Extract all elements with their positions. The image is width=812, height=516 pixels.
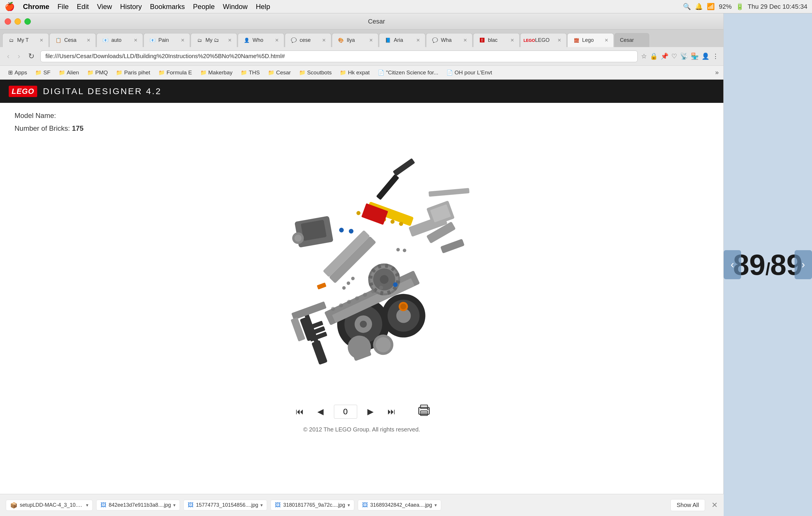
first-page-button[interactable]: ⏮ [292,404,307,419]
tab-cese[interactable]: 💬 cese ✕ [285,33,331,47]
menu-window[interactable]: Window [223,3,248,11]
bookmark-hk[interactable]: 📁 Hk expat [336,68,373,77]
tab-who[interactable]: 👤 Who ✕ [238,33,284,47]
menu-chrome[interactable]: Chrome [23,3,50,11]
tab-close-icon[interactable]: ✕ [39,37,43,43]
refresh-button[interactable]: ↻ [26,51,37,62]
bookmark-oh[interactable]: 📄 OH pour L'Envt [443,68,495,77]
bookmark-citizen[interactable]: 📄 "Citizen Science for... [374,68,442,77]
store-icon[interactable]: 🏪 [691,53,699,60]
last-page-button[interactable]: ⏭ [384,404,399,419]
bookmark-sf[interactable]: 📁 SF [32,68,54,77]
menu-bookmarks[interactable]: Bookmarks [150,3,185,11]
tab-cesa[interactable]: 📋 Cesa ✕ [50,33,96,47]
tab-blac[interactable]: 🅱 blac ✕ [473,33,520,47]
bookmark-label: Paris pihet [124,69,150,76]
bookmarks-more-icon[interactable]: » [715,69,719,77]
download-item-zip[interactable]: 📦 setupLDD-MAC-4_3_10.zip ▾ [6,500,93,511]
tab-pain[interactable]: 📧 Pain ✕ [144,33,190,47]
tab-wha[interactable]: 💬 Wha ✕ [426,33,472,47]
tab-label: Pain [158,37,178,43]
menu-view[interactable]: View [97,3,112,11]
tab-close-icon[interactable]: ✕ [322,37,326,43]
tab-lego2[interactable]: 🧱 Lego ✕ [567,33,614,47]
download-arrow-icon[interactable]: ▾ [434,502,437,508]
bookmark-cesar[interactable]: 📁 Cesar [264,68,294,77]
next-step-button[interactable]: › [794,250,812,279]
tab-close-icon[interactable]: ✕ [275,37,279,43]
show-all-downloads-button[interactable]: Show All [670,499,705,511]
spotlight-icon[interactable]: 🔍 [683,3,691,10]
cast-icon[interactable]: 📡 [680,53,688,60]
bookmark-apps[interactable]: ⊞ Apps [5,68,30,77]
menu-history[interactable]: History [120,3,142,11]
menu-file[interactable]: File [58,3,69,11]
tab-ilya[interactable]: 🎨 Ilya ✕ [332,33,378,47]
tab-close-icon[interactable]: ✕ [87,37,90,43]
tab-close-icon[interactable]: ✕ [605,37,608,43]
tab-my2[interactable]: 🗂 My 🗂 ✕ [191,33,237,47]
download-arrow-icon[interactable]: ▾ [86,502,88,508]
bookmark-star-icon[interactable]: ☆ [641,53,647,60]
tab-close-icon[interactable]: ✕ [463,37,467,43]
download-item-img2[interactable]: 🖼 15774773_10154856....jpg ▾ [183,500,267,511]
close-window-button[interactable] [5,18,11,25]
tab-cesar[interactable]: Cesar [614,33,649,47]
download-filename: 31801817765_9a72c....jpg [283,502,345,508]
download-arrow-icon[interactable]: ▾ [348,502,350,508]
bookmark-pmq[interactable]: 📁 PMQ [84,68,111,77]
address-bar[interactable]: file:///Users/Cesar/Downloads/LLD/Buildi… [40,51,638,62]
tab-close-icon[interactable]: ✕ [416,37,420,43]
bookmark-alien[interactable]: 📁 Alien [55,68,83,77]
avatar-icon[interactable]: 👤 [701,53,709,60]
print-button[interactable] [416,403,432,420]
download-arrow-icon[interactable]: ▾ [260,502,263,508]
tab-close-icon[interactable]: ✕ [181,37,184,43]
ldd-title: DIGITAL DESIGNER 4.2 [43,86,162,96]
bookmark-label: Cesar [276,69,291,76]
maximize-window-button[interactable] [24,18,31,25]
prev-page-button[interactable]: ◀ [313,404,328,419]
tab-label: Cesar [620,37,644,43]
page-number-input[interactable]: 0 [334,405,357,419]
svg-rect-81 [420,411,428,416]
bookmark-formula[interactable]: 📁 Formula E [155,68,196,77]
bookmark-label: Makerbay [208,69,232,76]
prev-step-button[interactable]: ‹ [724,250,741,279]
download-filename: 842ee13d7e911b3a8....jpg [109,502,171,508]
bookmark-ths[interactable]: 📁 THS [237,68,263,77]
notification-icon[interactable]: 🔔 [695,3,703,10]
heart-icon[interactable]: ♡ [671,53,677,60]
menu-edit[interactable]: Edit [77,3,89,11]
bookmark-paris[interactable]: 📁 Paris pihet [113,68,154,77]
download-item-img3[interactable]: 🖼 31801817765_9a72c....jpg ▾ [270,500,354,511]
tab-close-icon[interactable]: ✕ [557,37,561,43]
minimize-window-button[interactable] [14,18,21,25]
next-page-button[interactable]: ▶ [363,404,378,419]
apple-menu[interactable]: 🍎 [5,2,15,11]
bookmark-scoutbots[interactable]: 📁 Scoutbots [295,68,336,77]
download-arrow-icon[interactable]: ▾ [173,502,176,508]
tab-auto[interactable]: 📧 auto ✕ [96,33,143,47]
shield-icon[interactable]: 🔒 [650,53,658,60]
bookmark-label: Alien [67,69,79,76]
download-item-img1[interactable]: 🖼 842ee13d7e911b3a8....jpg ▾ [96,500,180,511]
back-button[interactable]: ‹ [5,51,12,62]
download-item-img4[interactable]: 🖼 31689342842_c4aea....jpg ▾ [358,500,441,511]
pin-icon[interactable]: 📌 [661,53,668,60]
forward-button[interactable]: › [16,51,23,62]
menu-help[interactable]: Help [256,3,270,11]
bookmark-makerbay[interactable]: 📁 Makerbay [197,68,236,77]
tab-my1[interactable]: 🗂 My T ✕ [2,33,49,47]
content-area: LEGO DIGITAL DESIGNER 4.2 Model Name: Nu… [0,80,723,515]
tab-lego1[interactable]: LEGO LEGO ✕ [520,33,567,47]
tab-close-icon[interactable]: ✕ [510,37,514,43]
tab-close-icon[interactable]: ✕ [134,37,138,43]
tab-close-icon[interactable]: ✕ [369,37,373,43]
close-downloads-bar-button[interactable]: ✕ [712,500,718,510]
tab-close-icon[interactable]: ✕ [228,37,232,43]
menu-icon[interactable]: ⋮ [712,53,719,60]
toolbar: ‹ › ↻ file:///Users/Cesar/Downloads/LLD/… [0,47,723,66]
menu-people[interactable]: People [193,3,215,11]
tab-aria[interactable]: 📘 Aria ✕ [379,33,426,47]
